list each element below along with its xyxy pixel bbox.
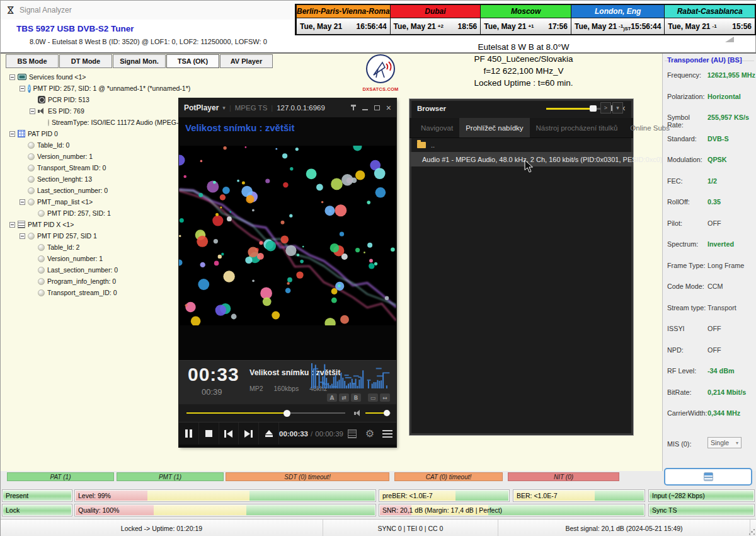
tree-item-icon <box>18 221 25 228</box>
tree-item[interactable]: PMT PID: 257, SID: 1 <box>8 207 180 219</box>
tree-item[interactable]: Transport_stream_ID: 0 <box>8 287 180 298</box>
next-button[interactable] <box>239 422 259 445</box>
volume-icon[interactable] <box>354 409 362 417</box>
playlist-button[interactable] <box>343 422 361 445</box>
browser-tab[interactable]: Nástroj procházení titulků <box>530 118 624 137</box>
tab-dropdown-icon[interactable]: ▾ <box>612 102 623 114</box>
tree-collapse-icon[interactable] <box>30 108 35 114</box>
total-time: 00:39 <box>202 387 222 397</box>
hamburger-icon <box>382 430 392 438</box>
parent-directory-row[interactable]: .. <box>410 138 633 152</box>
tree-item-icon <box>28 84 31 93</box>
tree-collapse-icon[interactable] <box>20 233 25 239</box>
mis-select[interactable]: Single ▾ <box>707 437 742 448</box>
seek-thumb[interactable] <box>284 410 290 417</box>
field-value: Transport <box>707 304 736 312</box>
field-label: Spectrum: <box>667 240 707 248</box>
shuffle-icon[interactable]: ↔ <box>380 393 390 402</box>
tree-item[interactable]: Version_number: 1 <box>8 151 180 162</box>
stream-type-label: MPEG TS <box>235 104 268 112</box>
clock-city-column: Moscow Tue, May 21 +1 17:56 <box>480 5 571 34</box>
marker-a-button[interactable]: A <box>327 393 337 402</box>
tree-item[interactable]: PMT_map_list <1> <box>8 196 180 207</box>
tree-item[interactable]: Services found <1> <box>8 71 180 83</box>
minimize-icon[interactable] <box>362 109 368 110</box>
tree-item[interactable]: PAT PID 0 <box>8 128 180 139</box>
tree-collapse-icon[interactable] <box>20 86 25 91</box>
close-icon[interactable]: × <box>386 105 391 111</box>
tree-item[interactable]: PCR PID: 513 <box>8 94 180 105</box>
tree-item[interactable]: PMT PID 257, SID 1 <box>8 230 180 242</box>
mode-tab-button[interactable]: DT Mode <box>59 54 112 68</box>
tree-item-icon <box>38 267 45 274</box>
tree-item-label: Last_section_number: 0 <box>47 266 118 274</box>
statusbar-counters: SYNC 0 | TEI 0 | CC 0 <box>323 520 498 536</box>
potplayer-menu[interactable]: PotPlayer <box>184 103 219 112</box>
browser-opacity-slider[interactable] <box>546 108 603 110</box>
tree-item[interactable]: Last_section_number: 0 <box>8 264 180 276</box>
tree-item-icon <box>28 165 35 172</box>
tree-item[interactable]: StreamType: ISO/IEC 11172 Audio (MPEG-1)… <box>8 117 180 128</box>
pin-icon[interactable] <box>351 105 356 111</box>
mode-tab-button[interactable]: Signal Mon. <box>113 54 166 68</box>
slider-thumb[interactable] <box>590 105 597 112</box>
browser-titlebar[interactable]: Browser × <box>410 99 633 118</box>
tree-item-label: StreamType: ISO/IEC 11172 Audio (MPEG-1)… <box>52 119 195 126</box>
browser-tab[interactable]: Prohlížeč nabídky <box>459 118 529 137</box>
browser-tab[interactable]: Navigovat <box>415 118 459 137</box>
browser-tab[interactable]: Online Subs <box>624 118 676 137</box>
tree-collapse-icon[interactable] <box>9 131 15 137</box>
stream-url: 127.0.0.1:6969 <box>277 104 325 112</box>
eject-button[interactable] <box>259 422 279 445</box>
tree-item-label: Section_lenght: 13 <box>37 175 92 183</box>
maximize-icon[interactable] <box>374 105 380 110</box>
tree-item[interactable]: PMT PID: 257, SID: 1 @ *unnamed-1* (*unn… <box>8 83 180 94</box>
tree-collapse-icon[interactable] <box>9 222 15 228</box>
repeat-icon[interactable]: ⇄ <box>339 393 349 402</box>
statusbar-uptime: Locked -> Uptime: 01:20:19 <box>1 520 323 536</box>
statusbar: Locked -> Uptime: 01:20:19 SYNC 0 | TEI … <box>1 519 756 536</box>
potplayer-titlebar[interactable]: PotPlayer ▾ | MPEG TS | 127.0.0.1:6969 × <box>179 98 396 117</box>
tree-item[interactable]: Table_Id: 2 <box>8 242 180 253</box>
clock-time: 16:56:44 <box>357 22 387 31</box>
tree-item[interactable]: PMT PID X <1> <box>8 219 180 230</box>
mode-tab-button[interactable]: AV Player <box>220 54 273 68</box>
tree-collapse-icon[interactable] <box>9 74 15 80</box>
audio-track-item[interactable]: Audio #1 - MPEG Audio, 48.0 kHz, 2 Ch, 1… <box>410 152 633 166</box>
tree-item-label: Services found <1> <box>29 73 86 81</box>
volume-bar[interactable] <box>365 412 391 414</box>
satellite-info-block: Eutelsat 8 W B at 8.0°W PF 450_Lučenec/S… <box>391 41 656 89</box>
tree-item-icon <box>28 142 35 149</box>
gear-icon: ⚙ <box>365 428 374 440</box>
subtitle-icon[interactable]: ▭ <box>368 393 378 402</box>
tree-item[interactable]: Section_lenght: 13 <box>8 173 180 185</box>
field-label: Modulation: <box>667 156 707 163</box>
previous-button[interactable] <box>219 422 239 445</box>
tab-scroll-right-icon[interactable]: > <box>600 102 611 114</box>
mode-tab-button[interactable]: BS Mode <box>6 54 59 68</box>
menu-button[interactable] <box>379 422 396 445</box>
transponder-field: RF Level: -34 dBm <box>667 367 755 388</box>
volume-thumb[interactable] <box>384 410 390 416</box>
pause-button[interactable] <box>179 422 199 445</box>
mode-tab-button[interactable]: TSA (OK) <box>166 54 219 68</box>
tree-item[interactable]: ES PID: 769 <box>8 105 180 117</box>
tree-item-label: Transport_Stream ID: 0 <box>37 164 106 172</box>
video-area[interactable] <box>179 146 396 325</box>
stop-button[interactable] <box>199 422 219 445</box>
tree-collapse-icon[interactable] <box>20 199 25 205</box>
tree-item-label: Version_number: 1 <box>37 153 93 160</box>
seek-bar[interactable] <box>186 412 345 414</box>
tree-item[interactable]: Last_section_number: 0 <box>8 185 180 196</box>
field-label: RollOff: <box>667 198 707 206</box>
mis-label: MIS (0): <box>667 438 707 448</box>
tree-item[interactable]: Version_number: 1 <box>8 253 180 264</box>
tree-item[interactable]: Transport_Stream ID: 0 <box>8 162 180 173</box>
lock-indicator: Lock <box>2 504 72 516</box>
tree-item[interactable]: Program_info_length: 0 <box>8 276 180 287</box>
resize-grip[interactable] <box>748 528 755 535</box>
tree-item[interactable]: Table_Id: 0 <box>8 139 180 151</box>
field-label: Frequency: <box>667 71 707 79</box>
marker-b-button[interactable]: B <box>351 393 361 402</box>
settings-button[interactable]: ⚙ <box>361 422 379 445</box>
